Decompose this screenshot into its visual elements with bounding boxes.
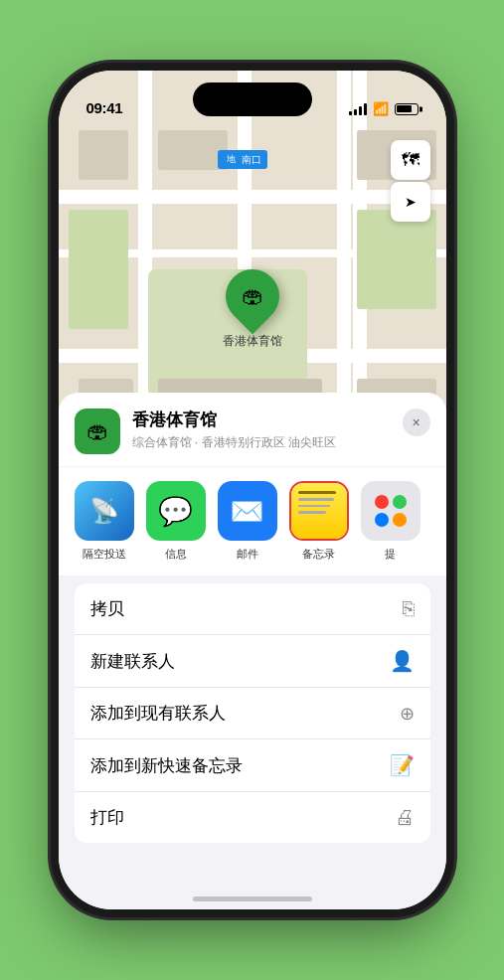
action-list-container: 拷贝 ⎘ 新建联系人 👤 添加到现有联系人 ⊕ 添加到新快速备忘录 📝 打印 bbox=[59, 583, 446, 843]
copy-icon: ⎘ bbox=[403, 597, 415, 620]
action-list: 拷贝 ⎘ 新建联系人 👤 添加到现有联系人 ⊕ 添加到新快速备忘录 📝 打印 bbox=[75, 583, 430, 843]
action-print[interactable]: 打印 🖨 bbox=[75, 792, 430, 843]
battery-icon bbox=[395, 103, 419, 115]
share-item-mail[interactable]: ✉️ 邮件 bbox=[218, 481, 277, 562]
location-icon: ➤ bbox=[405, 194, 417, 210]
venue-icon: 🏟 bbox=[75, 408, 120, 454]
mail-icon: ✉️ bbox=[218, 481, 277, 541]
venue-name: 香港体育馆 bbox=[132, 408, 430, 431]
location-button[interactable]: ➤ bbox=[391, 182, 430, 222]
close-icon: × bbox=[412, 414, 420, 430]
copy-label: 拷贝 bbox=[90, 597, 124, 620]
share-item-notes[interactable]: 备忘录 bbox=[289, 481, 349, 562]
metro-label: 地 南口 bbox=[218, 150, 267, 169]
marker-pin: 🏟 bbox=[214, 258, 289, 334]
metro-station-name: 南口 bbox=[242, 153, 261, 167]
venue-info: 香港体育馆 综合体育馆 · 香港特别行政区 油尖旺区 bbox=[132, 408, 430, 451]
message-icon: 💬 bbox=[146, 481, 206, 541]
notes-icon bbox=[289, 481, 349, 541]
share-row: 📡 隔空投送 💬 信息 ✉️ 邮件 bbox=[59, 467, 446, 575]
more-label: 提 bbox=[385, 547, 396, 562]
action-new-contact[interactable]: 新建联系人 👤 bbox=[75, 635, 430, 688]
close-button[interactable]: × bbox=[403, 408, 430, 436]
venue-subtitle: 综合体育馆 · 香港特别行政区 油尖旺区 bbox=[132, 434, 430, 451]
home-indicator bbox=[193, 897, 312, 901]
airdrop-icon: 📡 bbox=[75, 481, 134, 541]
quick-note-icon: 📝 bbox=[390, 753, 415, 777]
new-contact-icon: 👤 bbox=[390, 649, 415, 673]
print-label: 打印 bbox=[90, 806, 124, 829]
print-icon: 🖨 bbox=[395, 806, 415, 829]
share-item-airdrop[interactable]: 📡 隔空投送 bbox=[75, 481, 134, 562]
add-contact-icon: ⊕ bbox=[400, 703, 415, 725]
dynamic-island bbox=[193, 82, 312, 116]
metro-icon: 地 bbox=[224, 152, 239, 167]
new-contact-label: 新建联系人 bbox=[90, 650, 175, 673]
status-icons: 📶 bbox=[349, 101, 419, 116]
map-controls: 🗺 ➤ bbox=[391, 140, 430, 222]
action-copy[interactable]: 拷贝 ⎘ bbox=[75, 583, 430, 635]
signal-icon bbox=[349, 103, 367, 115]
marker-label: 香港体育馆 bbox=[223, 333, 282, 350]
action-quick-note[interactable]: 添加到新快速备忘录 📝 bbox=[75, 739, 430, 792]
quick-note-label: 添加到新快速备忘录 bbox=[90, 754, 243, 777]
message-label: 信息 bbox=[165, 547, 187, 562]
notes-label: 备忘录 bbox=[302, 547, 335, 562]
stadium-icon: 🏟 bbox=[242, 283, 263, 309]
more-icon bbox=[361, 481, 420, 541]
airdrop-label: 隔空投送 bbox=[83, 547, 126, 562]
share-item-more[interactable]: 提 bbox=[361, 481, 420, 562]
mail-label: 邮件 bbox=[237, 547, 258, 562]
share-item-message[interactable]: 💬 信息 bbox=[146, 481, 206, 562]
wifi-icon: 📶 bbox=[373, 101, 389, 116]
status-time: 09:41 bbox=[86, 99, 123, 116]
bottom-sheet: 🏟 香港体育馆 综合体育馆 · 香港特别行政区 油尖旺区 × 📡 隔空投送 bbox=[59, 393, 446, 909]
map-type-button[interactable]: 🗺 bbox=[391, 140, 430, 180]
map-type-icon: 🗺 bbox=[402, 150, 420, 171]
action-add-to-contact[interactable]: 添加到现有联系人 ⊕ bbox=[75, 688, 430, 739]
stadium-marker[interactable]: 🏟 香港体育馆 bbox=[223, 269, 282, 350]
sheet-header: 🏟 香港体育馆 综合体育馆 · 香港特别行政区 油尖旺区 × bbox=[59, 393, 446, 466]
phone-frame: 09:41 📶 bbox=[59, 71, 446, 909]
add-contact-label: 添加到现有联系人 bbox=[90, 702, 226, 725]
